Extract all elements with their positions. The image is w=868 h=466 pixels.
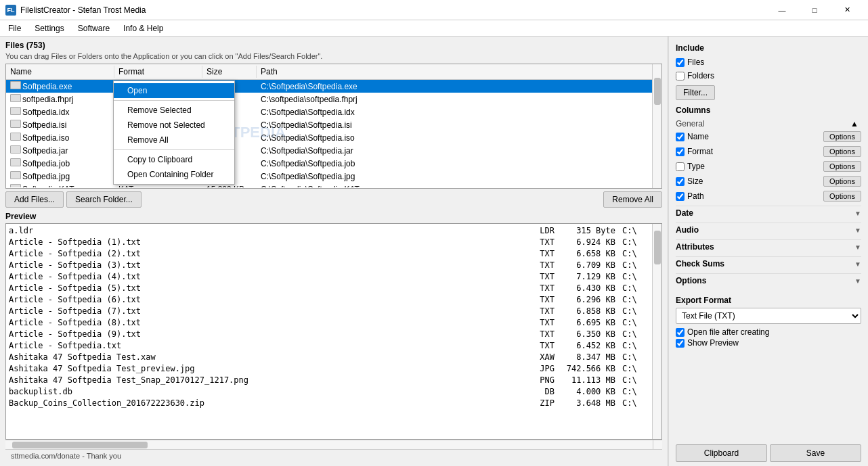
add-files-button[interactable]: Add Files... (5, 191, 64, 208)
files-checkbox[interactable] (676, 58, 685, 67)
folders-checkbox-label[interactable]: Folders (687, 71, 714, 80)
col-name-options-btn[interactable]: Options (823, 131, 861, 142)
filter-button[interactable]: Filter... (676, 85, 715, 100)
preview-size: 742.566 KB (561, 363, 622, 375)
preview-hscroll[interactable] (5, 440, 662, 449)
col-type-options-btn[interactable]: Options (823, 161, 861, 172)
preview-content: a.ldr LDR 315 Byte C:\ Article - Softped… (5, 223, 662, 440)
context-copy-clipboard[interactable]: Copy to Clipboard (114, 152, 234, 167)
list-item: Article - Softpedia (7).txt TXT 6.858 KB… (6, 306, 652, 317)
header-name[interactable]: Name (6, 66, 114, 78)
table-row[interactable]: Softpedia.isi ISI C:\Softpedia\Softpedia… (6, 118, 652, 131)
table-row[interactable]: Softpedia.KAT KAT 15.309 KB C:\Softpedia… (6, 183, 652, 187)
col-name-label[interactable]: Name (687, 132, 709, 141)
files-checkbox-label[interactable]: Files (687, 57, 704, 67)
export-format-select[interactable]: Text File (TXT) CSV File HTML File XML F… (676, 308, 861, 324)
columns-collapse-btn[interactable]: ▲ (848, 119, 861, 129)
context-remove-selected[interactable]: Remove Selected (114, 103, 234, 118)
export-section: Export Format Text File (TXT) CSV File H… (676, 296, 861, 348)
collapsible-checksums[interactable]: Check Sums ▼ (676, 256, 861, 271)
folders-checkbox-row: Folders (676, 70, 861, 81)
col-format-options-btn[interactable]: Options (823, 146, 861, 157)
col-type-label[interactable]: Type (687, 162, 705, 171)
open-file-label[interactable]: Open file after creating (687, 327, 769, 337)
menu-settings[interactable]: Settings (29, 22, 69, 34)
table-row[interactable]: Softpedia.idx IDX C:\Softpedia\Softpedia… (6, 106, 652, 118)
file-path-cell: C:\Softpedia\Softpedia.jpg (257, 171, 652, 182)
file-list-scrollbar[interactable] (652, 64, 661, 188)
context-open[interactable]: Open (114, 83, 234, 98)
table-row[interactable]: Softpedia.iso ISO C:\Softpedia\Softpedia… (6, 131, 652, 144)
show-preview-checkbox[interactable] (676, 339, 685, 348)
collapsible-options[interactable]: Options ▼ (676, 273, 861, 287)
list-item: Article - Softpedia (2).txt TXT 6.658 KB… (6, 248, 652, 260)
audio-arrow-icon: ▼ (854, 227, 861, 234)
menu-info-help[interactable]: Info & Help (118, 22, 169, 34)
col-size-options-btn[interactable]: Options (823, 176, 861, 187)
header-size[interactable]: Size (202, 66, 257, 78)
col-size-checkbox[interactable] (676, 177, 685, 186)
general-label: General (676, 119, 705, 129)
preview-format: TXT (521, 283, 561, 294)
preview-path: C:\ (622, 294, 649, 306)
context-open-containing[interactable]: Open Containing Folder (114, 167, 234, 182)
menu-file[interactable]: File (3, 22, 26, 34)
preview-size: 315 Byte (561, 225, 622, 237)
col-size-label[interactable]: Size (687, 177, 703, 186)
col-size-row: Size Options (676, 176, 861, 187)
table-row[interactable]: Softpedia.exe EXE C:\Softpedia\Softpedia… (6, 80, 652, 93)
header-format[interactable]: Format (114, 66, 202, 78)
col-type-checkbox[interactable] (676, 162, 685, 171)
attributes-label: Attributes (676, 242, 714, 252)
col-name-row: Name Options (676, 131, 861, 142)
file-list-scrollbar-thumb (654, 78, 661, 105)
col-format-label[interactable]: Format (687, 147, 713, 156)
date-arrow-icon: ▼ (854, 210, 861, 217)
preview-name: Article - Softpedia (9).txt (9, 329, 521, 340)
preview-path: C:\ (622, 363, 649, 375)
preview-path: C:\ (622, 271, 649, 283)
col-name-checkbox[interactable] (676, 133, 685, 141)
col-path-label[interactable]: Path (687, 191, 704, 201)
table-row[interactable]: Softpedia.jpg JPG C:\Softpedia\Softpedia… (6, 170, 652, 183)
collapsible-attributes[interactable]: Attributes ▼ (676, 239, 861, 254)
remove-all-button[interactable]: Remove All (603, 191, 662, 208)
collapsible-date[interactable]: Date ▼ (676, 206, 861, 220)
app-icon: FL (5, 5, 16, 16)
col-path-options-btn[interactable]: Options (823, 191, 861, 202)
list-item: Article - Softpedia (8).txt TXT 6.695 KB… (6, 317, 652, 329)
table-row[interactable]: softpedia.fhprj FHPRJ C:\softpedia\softp… (6, 93, 652, 106)
file-list-scroll[interactable]: Softpedia.exe EXE C:\Softpedia\Softpedia… (6, 80, 661, 187)
maximize-button[interactable]: □ (799, 3, 830, 17)
preview-size: 8.347 MB (561, 352, 622, 363)
preview-format: LDR (521, 225, 561, 237)
table-row[interactable]: Softpedia.job JOB C:\Softpedia\Softpedia… (6, 157, 652, 170)
col-path-checkbox[interactable] (676, 192, 685, 201)
open-file-checkbox[interactable] (676, 328, 685, 337)
options-label: Options (676, 276, 706, 285)
preview-name: Article - Softpedia (7).txt (9, 306, 521, 317)
show-preview-label[interactable]: Show Preview (687, 338, 739, 348)
file-list-buttons: Add Files... Search Folder... Remove All (5, 191, 662, 208)
context-remove-all[interactable]: Remove All (114, 133, 234, 147)
hscroll-bar[interactable] (5, 440, 653, 449)
header-path[interactable]: Path (257, 66, 653, 78)
preview-path: C:\ (622, 340, 649, 352)
col-format-checkbox[interactable] (676, 147, 685, 156)
folders-checkbox[interactable] (676, 72, 685, 80)
clipboard-button[interactable]: Clipboard (676, 444, 767, 462)
preview-scrollbar[interactable] (652, 224, 661, 439)
files-checkbox-row: Files (676, 57, 861, 68)
minimize-button[interactable]: — (766, 3, 798, 17)
collapsible-audio[interactable]: Audio ▼ (676, 223, 861, 237)
menu-software[interactable]: Software (72, 22, 115, 34)
table-row[interactable]: Softpedia.jar JAR C:\Softpedia\Softpedia… (6, 144, 652, 157)
save-button[interactable]: Save (770, 444, 861, 462)
context-remove-not-selected[interactable]: Remove not Selected (114, 118, 234, 133)
preview-size: 6.296 KB (561, 294, 622, 306)
search-folder-button[interactable]: Search Folder... (66, 191, 142, 208)
list-item: Article - Softpedia (6).txt TXT 6.296 KB… (6, 294, 652, 306)
preview-path: C:\ (622, 352, 649, 363)
preview-scroll[interactable]: a.ldr LDR 315 Byte C:\ Article - Softped… (6, 224, 661, 439)
close-button[interactable]: ✕ (831, 3, 863, 17)
